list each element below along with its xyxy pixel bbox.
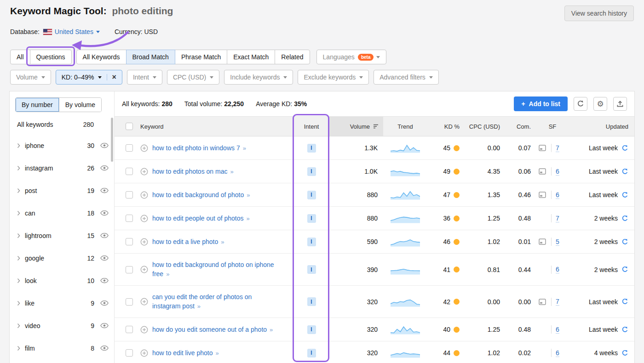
expand-keyword-icon[interactable]: » [246,215,249,222]
refresh-row-icon[interactable] [621,145,628,152]
column-header-volume[interactable]: Volume [328,117,383,136]
sidebar-item-google[interactable]: google 12 [10,247,114,269]
add-to-list-button[interactable]: + Add to list [514,96,568,111]
tab-questions[interactable]: Questions [30,50,72,64]
sf-link[interactable]: 7 [556,215,559,222]
keyword-link[interactable]: how do you edit someone out of a photo [152,326,267,333]
keyword-link[interactable]: how to edit a live photo [152,238,218,245]
column-header-com[interactable]: Com. [504,117,534,136]
sidebar-item-video[interactable]: video 9 [10,314,114,337]
sf-link[interactable]: 6 [556,168,559,176]
eye-icon[interactable] [100,233,109,238]
filter-volume[interactable]: Volume [10,70,51,85]
view-search-history-button[interactable]: View search history [564,6,634,21]
keyword-link[interactable]: how to edit background of photo [152,191,244,199]
column-header-updated[interactable]: Updated [571,117,635,136]
select-all-checkbox[interactable] [126,123,133,130]
row-checkbox[interactable] [126,298,133,306]
languages-dropdown[interactable]: Languages beta [316,50,387,64]
filter-exclude-keywords[interactable]: Exclude keywords [298,70,369,85]
sidebar-item-post[interactable]: post 19 [10,179,114,202]
sidebar-item-all-keywords[interactable]: All keywords 280 [10,115,114,134]
expand-keyword-icon[interactable]: » [166,271,169,278]
add-keyword-icon[interactable] [140,298,148,306]
expand-keyword-icon[interactable]: » [270,326,272,333]
refresh-row-icon[interactable] [621,238,628,245]
sf-link[interactable]: 6 [556,191,559,199]
sf-link[interactable]: 7 [556,298,559,306]
sidebar-item-like[interactable]: like 9 [10,292,114,314]
tab-broad-match[interactable]: Broad Match [126,50,175,64]
refresh-row-icon[interactable] [621,192,628,199]
eye-icon[interactable] [100,345,109,351]
toggle-by-volume[interactable]: By volume [59,98,101,112]
add-keyword-icon[interactable] [140,266,148,273]
add-keyword-icon[interactable] [140,238,148,246]
row-checkbox[interactable] [126,168,133,175]
expand-keyword-icon[interactable]: » [221,238,224,245]
eye-icon[interactable] [100,255,109,261]
sf-link[interactable]: 6 [556,326,559,334]
export-button[interactable] [613,97,627,111]
keyword-link[interactable]: how to edit photos on mac [152,168,227,175]
row-checkbox[interactable] [126,191,133,199]
sf-link[interactable]: 6 [556,266,559,273]
eye-icon[interactable] [100,323,109,329]
column-header-trend[interactable]: Trend [383,117,427,136]
refresh-row-icon[interactable] [621,350,628,357]
sidebar-item-can[interactable]: can 18 [10,202,114,224]
eye-icon[interactable] [100,300,109,306]
tab-all[interactable]: All [10,50,30,64]
toggle-by-number[interactable]: By number [16,98,59,112]
tab-phrase-match[interactable]: Phrase Match [175,50,227,64]
add-keyword-icon[interactable] [140,191,148,199]
row-checkbox[interactable] [126,238,133,245]
tab-all-keywords[interactable]: All Keywords [76,50,126,64]
add-keyword-icon[interactable] [140,168,148,176]
row-checkbox[interactable] [126,215,133,222]
expand-keyword-icon[interactable]: » [216,350,218,357]
refresh-row-icon[interactable] [621,266,628,273]
sidebar-item-iphone[interactable]: iphone 30 [10,134,114,157]
eye-icon[interactable] [100,142,109,148]
sf-link[interactable]: 6 [556,349,559,357]
sf-link[interactable]: 7 [556,144,559,152]
tab-exact-match[interactable]: Exact Match [227,50,275,64]
expand-keyword-icon[interactable]: » [243,145,246,152]
add-keyword-icon[interactable] [140,326,148,334]
refresh-row-icon[interactable] [621,168,628,175]
refresh-row-icon[interactable] [621,326,628,333]
sidebar-scrollbar[interactable] [111,118,113,162]
row-checkbox[interactable] [126,326,133,333]
column-header-intent[interactable]: Intent [295,117,328,136]
refresh-row-icon[interactable] [621,215,628,222]
filter-advanced-filters[interactable]: Advanced filters [374,70,439,85]
keyword-link[interactable]: how to edit live photo [152,349,213,357]
refresh-button[interactable] [574,97,587,111]
row-checkbox[interactable] [126,144,133,152]
keyword-link[interactable]: how to edit background of photo on iphon… [152,261,274,278]
column-header-kd[interactable]: KD % [427,117,462,136]
eye-icon[interactable] [100,165,109,171]
row-checkbox[interactable] [126,349,133,357]
sf-link[interactable]: 5 [556,238,559,246]
expand-keyword-icon[interactable]: » [197,303,200,310]
expand-keyword-icon[interactable]: » [230,168,233,175]
sidebar-item-lightroom[interactable]: lightroom 15 [10,224,114,247]
sidebar-item-film[interactable]: film 8 [10,337,114,359]
add-keyword-icon[interactable] [140,349,148,357]
eye-icon[interactable] [100,278,109,284]
row-checkbox[interactable] [126,266,133,273]
filter-intent[interactable]: Intent [127,70,162,85]
tab-related[interactable]: Related [275,50,310,64]
refresh-row-icon[interactable] [621,298,628,305]
settings-button[interactable]: ⚙ [593,97,607,111]
column-header-sf[interactable]: SF [534,117,571,136]
add-keyword-icon[interactable] [140,144,148,152]
add-keyword-icon[interactable] [140,215,148,222]
clear-filter-button[interactable]: × [107,74,116,80]
filter-include-keywords[interactable]: Include keywords [224,70,293,85]
database-select[interactable]: United States [55,28,100,35]
expand-keyword-icon[interactable]: » [247,192,249,199]
sidebar-item-instagram[interactable]: instagram 26 [10,157,114,179]
